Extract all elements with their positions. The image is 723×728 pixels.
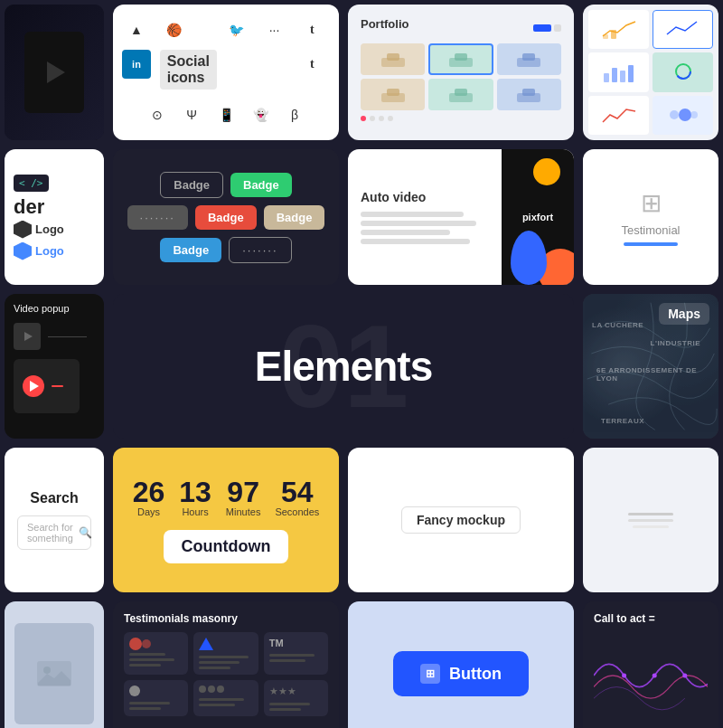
social-label-text: Social icons (167, 53, 210, 86)
badge-red[interactable]: Badge (195, 205, 257, 230)
social-icons-grid: ▲ 🏀 🐦 ··· t in Social icons t (122, 15, 330, 90)
tm-circle-gray (129, 685, 140, 696)
tiktok-icon: t (297, 50, 326, 79)
extra-right-cell (583, 448, 718, 592)
tm-line-2 (129, 658, 174, 661)
badge-tan[interactable]: Badge (264, 205, 325, 230)
svg-point-22 (690, 111, 698, 118)
map-label-2: L'INDUSTRIE (651, 339, 700, 347)
map-label-3: 6E ARRONDISSEMENT DE LYON (596, 366, 718, 383)
video-popup-cell: Video popup (5, 294, 104, 439)
auto-video-right: pixfort (502, 149, 574, 285)
auto-video-cell: Auto video pixfort (348, 149, 574, 285)
etr-cell-6 (653, 96, 713, 135)
tm-star: ★★★ (269, 685, 323, 697)
tm-grid: TM ★★★ (124, 632, 328, 716)
tm-line-6 (199, 667, 230, 669)
testimonials-masonry-cell: Testimonials masonry TM (113, 601, 339, 728)
tm-card-2 (193, 632, 258, 675)
auto-video-left: Auto video (348, 149, 502, 285)
badge-dots-outline[interactable]: ······· (229, 237, 291, 263)
svg-point-25 (622, 673, 626, 677)
tm-card-6: ★★★ (264, 680, 328, 716)
elements-title: Elements (255, 342, 433, 391)
tm-dot-1 (199, 685, 206, 693)
tm-line-3 (129, 664, 161, 667)
badge-dots-1[interactable]: ······· (127, 205, 188, 230)
map-label-1: LA CUCHERE (592, 321, 643, 329)
call-to-act-wave (594, 630, 708, 721)
tm-triangle (199, 638, 213, 650)
fancy-mockup-label: Fancy mockup (401, 506, 521, 534)
svg-rect-5 (522, 53, 535, 61)
countdown-title: Countdown (164, 530, 289, 563)
search-input-wrapper[interactable]: Search for something 🔍 (17, 515, 91, 550)
video-preview-cell (5, 5, 104, 140)
etr-cell-5 (588, 96, 649, 135)
tm-line-14 (269, 708, 301, 711)
svg-rect-13 (611, 30, 616, 39)
svg-rect-11 (522, 89, 535, 96)
countdown-numbers: 26 Days 13 Hours 97 Minutes 54 Secondes (133, 477, 320, 517)
badge-green[interactable]: Badge (230, 173, 292, 197)
countdown-minutes: 97 Minutes (226, 477, 261, 517)
testimonial-line (624, 242, 678, 246)
badge-row-2: ······· Badge Badge (127, 205, 325, 230)
snapchat-icon: 👻 (246, 100, 275, 129)
fancy-mockup-cell: Fancy mockup (348, 448, 574, 592)
whatsapp-icon: 📱 (211, 100, 240, 129)
logo-hex-blue (14, 242, 32, 260)
tm-line-7 (269, 654, 315, 657)
tm-line-8 (269, 659, 305, 662)
svg-point-26 (653, 673, 657, 677)
big-button[interactable]: ⊞ Button (393, 651, 529, 696)
search-icon: 🔍 (79, 526, 92, 539)
tm-line-1 (129, 653, 165, 656)
av-line-3 (361, 230, 450, 235)
tm-circle-red (129, 638, 142, 650)
testimonials-masonry-title: Testimonials masonry (124, 612, 238, 625)
svg-rect-1 (387, 53, 399, 61)
tm-card-3: TM (264, 632, 328, 675)
portfolio-thumb-2 (428, 43, 493, 75)
video-popup-label: Video popup (14, 303, 70, 314)
logo-item-2: Logo (14, 242, 64, 260)
search-cell: Search Search for something 🔍 (5, 448, 104, 592)
play-button[interactable] (23, 375, 44, 397)
svg-point-20 (670, 110, 679, 119)
pixfort-logo: pixfort (522, 212, 553, 222)
testimonial-label: Testimonial (621, 223, 680, 237)
call-to-act-title: Call to act = (594, 612, 655, 625)
logo-item-1: Logo (14, 221, 64, 239)
tm-line-9 (129, 702, 170, 704)
svg-rect-16 (620, 71, 625, 82)
button-icon: ⊞ (420, 664, 440, 684)
auto-video-lines (361, 212, 489, 244)
tm-line-11 (199, 698, 244, 701)
logo-builder-cell: < /> der Logo Logo (5, 149, 104, 285)
video-popup-player (14, 359, 80, 413)
maps-label: Maps (659, 303, 709, 325)
social-icons-cell: ▲ 🏀 🐦 ··· t in Social icons t ⊙ Ψ 📱 👻 β (113, 5, 339, 140)
badge-blue[interactable]: Badge (160, 238, 221, 262)
svg-rect-12 (603, 34, 608, 39)
tm-line-13 (269, 703, 310, 705)
bottom-left-cell (5, 601, 104, 728)
blogger-icon: β (280, 100, 309, 129)
tm-dot-3 (217, 685, 224, 693)
social-icons-label: Social icons (160, 50, 217, 90)
tm-line-5 (199, 661, 239, 664)
countdown-days: 26 Days (133, 477, 165, 517)
deviantart-icon: Ψ (177, 100, 206, 129)
svg-point-27 (682, 673, 687, 677)
svg-point-21 (679, 109, 691, 121)
av-line-2 (361, 221, 476, 226)
tumblr-icon: t (297, 15, 326, 44)
play-icon (30, 381, 39, 392)
badge-outline-1[interactable]: Badge (160, 172, 223, 198)
tm-circle-red-small (142, 639, 151, 648)
svg-rect-15 (612, 68, 617, 82)
portfolio-thumb-6 (497, 79, 561, 110)
camera-icon: ⊙ (143, 100, 172, 129)
tm-card-5 (193, 680, 258, 716)
